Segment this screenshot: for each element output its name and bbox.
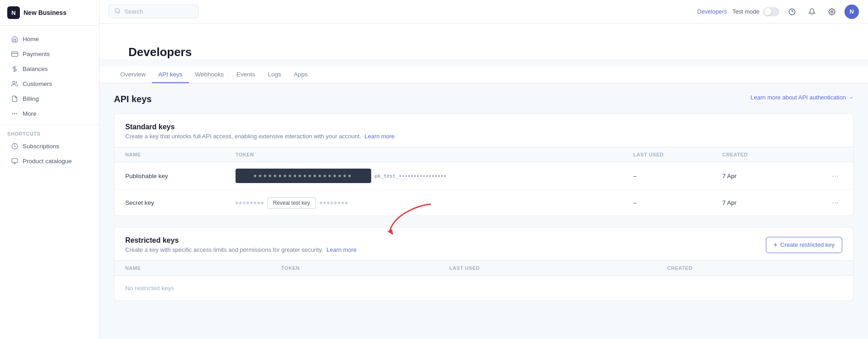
standard-keys-header: Standard keys Create a key that unlocks … (114, 114, 853, 147)
tab-logs[interactable]: Logs (261, 66, 287, 83)
balances-icon (11, 65, 18, 72)
search-button[interactable]: Search (108, 5, 199, 19)
sidebar-item-customers[interactable]: Customers (4, 76, 95, 91)
col-last-used: LAST USED (623, 147, 712, 162)
col-token: TOKEN (270, 261, 439, 276)
tab-events[interactable]: Events (230, 66, 261, 83)
no-keys-message: No restricted keys (114, 276, 853, 301)
avatar[interactable]: N (844, 5, 859, 19)
key-actions: ··· (792, 190, 853, 216)
standard-keys-table: NAME TOKEN LAST USED CREATED Publishable… (114, 147, 853, 216)
standard-keys-card: Standard keys Create a key that unlocks … (114, 113, 854, 216)
toggle-knob (764, 8, 771, 15)
col-name: NAME (114, 261, 270, 276)
sidebar-item-more[interactable]: More (4, 106, 95, 121)
home-icon (11, 35, 18, 42)
dev-header: Developers (114, 33, 854, 59)
sidebar-item-label: Home (23, 36, 39, 42)
test-mode-toggle[interactable]: Test mode (732, 7, 779, 16)
create-restricted-label: Create restricted key (780, 241, 835, 248)
payments-icon (11, 50, 18, 57)
svg-point-4 (12, 113, 13, 113)
topbar: Search Developers Test mode N (99, 0, 868, 24)
secret-dots-right (320, 202, 348, 204)
subscriptions-icon (11, 142, 18, 150)
token-text: pk_test_•••••••••••••••• (375, 173, 447, 179)
restricted-keys-header: Restricted keys Create a key with specif… (114, 227, 853, 261)
restricted-keys-desc: Create a key with specific access limits… (125, 246, 357, 253)
key-token: Reveal test key (225, 190, 623, 216)
notifications-button[interactable] (805, 5, 819, 19)
table-row: Publishable key •••••••••••••••••••• pk_… (114, 162, 853, 190)
sidebar-item-home[interactable]: Home (4, 32, 95, 46)
token-dots: •••••••••••••••••••• (254, 171, 353, 181)
sidebar-item-product-catalogue[interactable]: Product catalogue (4, 154, 95, 168)
token-wrapper: •••••••••••••••••••• pk_test_•••••••••••… (236, 169, 612, 183)
col-token: TOKEN (225, 147, 623, 162)
sidebar-item-label: More (23, 110, 37, 117)
billing-icon (11, 95, 18, 102)
page-body: API keys Learn more about API authentica… (99, 83, 868, 323)
tabs-bar: Overview API keys Webhooks Events Logs A… (99, 66, 868, 83)
logo-icon: N (7, 6, 20, 19)
search-icon (114, 8, 121, 15)
sidebar-nav: Home Payments Balances Customers Billing (0, 26, 99, 339)
sidebar-item-subscriptions[interactable]: Subscriptions (4, 139, 95, 153)
secret-dots (236, 202, 264, 204)
tab-webhooks[interactable]: Webhooks (189, 66, 231, 83)
tab-apps[interactable]: Apps (288, 66, 314, 83)
business-name: New Business (24, 9, 66, 16)
sidebar-item-payments[interactable]: Payments (4, 47, 95, 61)
key-actions-button[interactable]: ··· (828, 196, 842, 209)
sidebar-item-label: Product catalogue (23, 158, 72, 165)
sidebar-item-label: Subscriptions (23, 143, 59, 150)
table-row: No restricted keys (114, 276, 853, 301)
sidebar-item-label: Customers (23, 80, 52, 87)
tab-api-keys[interactable]: API keys (152, 66, 189, 83)
restricted-keys-title: Restricted keys (125, 236, 357, 245)
sidebar-logo[interactable]: N New Business (0, 0, 99, 26)
developers-link[interactable]: Developers (697, 8, 727, 15)
settings-button[interactable] (825, 5, 839, 19)
restricted-keys-learn-more[interactable]: Learn more (326, 246, 356, 253)
standard-keys-desc: Create a key that unlocks full API acces… (125, 133, 842, 140)
sidebar-item-label: Balances (23, 66, 48, 72)
key-token: •••••••••••••••••••• pk_test_•••••••••••… (225, 162, 623, 190)
learn-more-link[interactable]: Learn more about API authentication → (750, 94, 854, 101)
content-area: Developers Overview API keys Webhooks Ev… (99, 24, 868, 339)
svg-point-15 (831, 11, 833, 13)
api-keys-header: API keys Learn more about API authentica… (114, 94, 854, 104)
token-masked: •••••••••••••••••••• (236, 169, 371, 183)
svg-line-12 (119, 12, 120, 14)
page-title: Developers (128, 45, 839, 59)
help-button[interactable] (785, 5, 799, 19)
col-created: CREATED (656, 261, 853, 276)
api-keys-title: API keys (114, 94, 151, 104)
svg-rect-0 (11, 52, 18, 56)
page-title-row: Developers (99, 24, 868, 59)
restricted-keys-card: Restricted keys Create a key with specif… (114, 227, 854, 301)
create-restricted-key-button[interactable]: + Create restricted key (766, 237, 842, 253)
key-created: 7 Apr (712, 162, 792, 190)
standard-keys-title: Standard keys (125, 123, 842, 131)
sidebar-item-billing[interactable]: Billing (4, 91, 95, 106)
standard-keys-learn-more[interactable]: Learn more (364, 133, 394, 140)
reveal-key-button[interactable]: Reveal test key (267, 197, 316, 209)
svg-point-6 (16, 113, 17, 113)
restricted-keys-table: NAME TOKEN LAST USED CREATED No restrict… (114, 261, 853, 301)
main-area: Search Developers Test mode N (99, 0, 868, 339)
svg-point-3 (13, 81, 15, 83)
tab-overview[interactable]: Overview (114, 66, 152, 83)
test-mode-label: Test mode (732, 8, 760, 15)
plus-icon: + (774, 241, 778, 249)
toggle-switch[interactable] (763, 7, 779, 16)
key-name: Publishable key (114, 162, 225, 190)
svg-point-11 (115, 9, 119, 13)
key-actions-button[interactable]: ··· (828, 170, 842, 183)
sidebar-item-label: Payments (23, 51, 50, 57)
customers-icon (11, 80, 18, 87)
svg-point-5 (14, 113, 14, 113)
sidebar-item-balances[interactable]: Balances (4, 61, 95, 76)
secret-token-wrapper: Reveal test key (236, 197, 612, 209)
col-last-used: LAST USED (439, 261, 656, 276)
